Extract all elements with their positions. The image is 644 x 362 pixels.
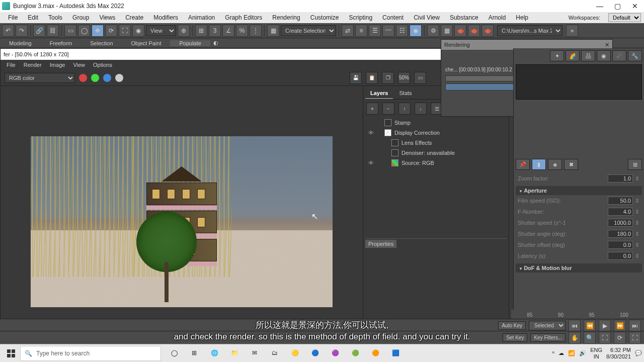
show-result-icon[interactable]: ▮ [532,159,546,170]
tray-up-icon[interactable]: ^ [552,350,554,356]
setkey-button[interactable]: Set Key [503,333,527,342]
pivot-icon[interactable]: ⊕ [178,25,190,37]
latency-input[interactable] [608,252,633,260]
shutter-angle-input[interactable] [608,230,633,238]
blue-channel-icon[interactable] [103,74,111,82]
layer-source[interactable]: 👁Source: RGB [365,158,507,168]
remove-mod-icon[interactable]: ✖ [564,159,578,170]
next-frame-icon[interactable]: ⏩ [614,320,626,332]
scale-icon[interactable]: ⛶ [119,25,131,37]
goto-end-icon[interactable]: ⏭ [629,320,641,332]
menu-group[interactable]: Group [67,14,94,21]
curve-editor-icon[interactable]: 〰 [382,25,394,37]
layer-denoiser[interactable]: Denoiser: unavailable [365,148,507,158]
render-frame-icon[interactable]: ▦ [441,25,453,37]
maximize-viewport-icon[interactable]: ⛶ [629,332,641,344]
ribbon-objectpaint[interactable]: Object Paint [122,40,171,46]
undo-icon[interactable]: ↶ [2,25,14,37]
save-image-icon[interactable]: 💾 [350,72,362,84]
taskbar-3dsmax[interactable]: 🟦 [386,346,405,361]
zoom-input[interactable] [608,174,633,183]
hierarchy-tab-icon[interactable]: 品 [581,50,595,61]
ribbon-toggle-icon[interactable]: ◐ [210,40,221,46]
menu-rendering[interactable]: Rendering [267,14,305,21]
cortana-icon[interactable]: ◯ [165,346,183,361]
progress-close-button[interactable]: ✕ [605,42,609,48]
menu-civilview[interactable]: Civil View [409,14,445,21]
rotate-icon[interactable]: ⟳ [105,25,117,37]
system-clock[interactable]: 6:32 PM 8/30/2021 [606,347,631,359]
make-unique-icon[interactable]: ◈ [548,159,562,170]
rmenu-render[interactable]: Render [20,62,46,68]
select-rect-icon[interactable]: ▭ [64,25,76,37]
layers-icon[interactable]: ☰ [369,25,381,37]
link-icon[interactable]: 🔗 [33,25,45,37]
menu-customize[interactable]: Customize [305,14,344,21]
fnumber-input[interactable] [608,208,633,216]
modify-tab-icon[interactable]: 🌈 [566,50,580,61]
menu-modifiers[interactable]: Modifiers [148,14,183,21]
menu-content[interactable]: Content [377,14,409,21]
more-icon[interactable]: » [566,25,578,37]
taskbar-app-3[interactable]: ✉ [246,346,264,361]
unlink-icon[interactable]: ⛓ [47,25,59,37]
autokey-button[interactable]: Auto Key [498,321,526,330]
taskbar-chrome[interactable]: 🟡 [286,346,304,361]
spinner-snap-icon[interactable]: ⋮ [250,25,262,37]
configure-icon[interactable]: ⊞ [628,159,642,170]
redo-icon[interactable]: ↷ [16,25,28,37]
ribbon-populate[interactable]: Populate [170,40,210,46]
clone-image-icon[interactable]: ❐ [382,72,394,84]
orbit-icon[interactable]: ⟳ [614,332,626,344]
search-box[interactable]: 🔍 Type here to search [20,346,161,361]
pan-icon[interactable]: ✋ [569,332,581,344]
red-channel-icon[interactable] [79,74,87,82]
percent-snap-icon[interactable]: % [236,25,248,37]
layer-down-icon[interactable]: ↓ [415,103,427,115]
key-target-dropdown[interactable]: Selected [529,321,566,330]
utilities-tab-icon[interactable]: 🔧 [628,50,642,61]
shutter-speed-input[interactable] [608,219,633,227]
render-setup-icon[interactable]: ⚙ [427,25,439,37]
place-icon[interactable]: ◉ [132,25,144,37]
tray-volume-icon[interactable]: 🔊 [579,350,586,356]
menu-edit[interactable]: Edit [23,14,43,21]
aperture-rollout[interactable]: Aperture [516,186,642,195]
snap-icon[interactable]: ⊞ [195,25,207,37]
menu-scripting[interactable]: Scripting [344,14,377,21]
rmenu-file[interactable]: File [3,62,20,68]
refcoord-dropdown[interactable]: View [146,25,176,36]
start-button[interactable] [2,346,20,361]
dof-rollout[interactable]: DoF & Motion blur [516,263,642,273]
render-last-icon[interactable]: 🫖 [481,25,494,37]
taskbar-app-8[interactable]: 🟠 [366,346,384,361]
move-icon[interactable]: ✥ [92,25,104,37]
menu-help[interactable]: Help [511,14,533,21]
pin-stack-icon[interactable]: 📌 [516,159,530,170]
tray-loc[interactable]: IN [590,353,602,359]
taskbar-app-2[interactable]: 📁 [225,346,244,361]
menu-animation[interactable]: Animation [183,14,220,21]
shutter-offset-input[interactable] [608,241,633,249]
taskbar-app-1[interactable]: 🌐 [205,346,223,361]
menu-views[interactable]: Views [94,14,120,21]
menu-arnold[interactable]: Arnold [484,14,511,21]
menu-file[interactable]: File [3,14,23,21]
remove-layer-icon[interactable]: − [382,103,394,115]
create-tab-icon[interactable]: ✦ [550,50,564,61]
menu-substance[interactable]: Substance [445,14,484,21]
iso-input[interactable] [608,197,633,205]
render-preset-icon[interactable]: 🫖 [468,25,480,37]
rmenu-view[interactable]: View [69,62,89,68]
zoom-extents-icon[interactable]: ⛶ [599,332,611,344]
tray-lang[interactable]: ENG [590,347,602,353]
selection-set-dropdown[interactable]: Create Selection Se [281,25,336,36]
motion-tab-icon[interactable]: ◉ [597,50,611,61]
maximize-button[interactable]: ▢ [614,2,621,10]
close-button[interactable]: ✕ [632,2,638,10]
layers-tab[interactable]: Layers [365,88,393,99]
alpha-channel-icon[interactable] [115,74,123,82]
mirror-icon[interactable]: ⇄ [342,25,354,37]
modifier-stack[interactable] [516,64,642,100]
menu-grapheditors[interactable]: Graph Editors [220,14,267,21]
